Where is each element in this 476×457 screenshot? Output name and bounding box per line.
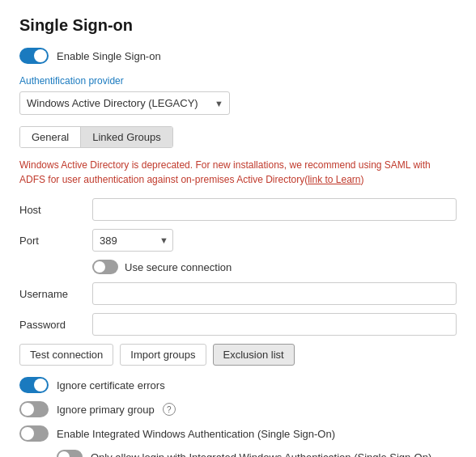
auth-provider-label: Authentification provider — [19, 75, 457, 87]
password-label: Password — [19, 319, 92, 331]
help-icon[interactable]: ? — [163, 403, 176, 416]
enable-iwa-toggle[interactable] — [19, 425, 49, 442]
username-row: Username — [19, 282, 457, 305]
password-input[interactable] — [92, 313, 457, 336]
import-groups-button[interactable]: Import groups — [120, 344, 206, 366]
ignore-cert-toggle[interactable] — [19, 377, 49, 393]
host-input[interactable] — [92, 198, 457, 221]
test-connection-button[interactable]: Test connection — [19, 344, 113, 366]
sso-toggle-row: Enable Single Sign-on — [19, 48, 457, 64]
tab-linked-groups[interactable]: Linked Groups — [81, 127, 172, 147]
tab-general[interactable]: General — [20, 127, 81, 147]
warning-text-after: ) — [361, 174, 364, 185]
sso-toggle-label: Enable Single Sign-on — [57, 50, 161, 62]
tabs: General Linked Groups — [19, 126, 173, 148]
secure-connection-row: Use secure connection — [92, 260, 457, 274]
warning-message: Windows Active Directory is deprecated. … — [19, 158, 457, 187]
ignore-cert-label: Ignore certificate errors — [57, 379, 165, 391]
only-iwa-toggle[interactable] — [57, 450, 83, 457]
only-iwa-label: Only allow login with Integrated Windows… — [91, 451, 431, 458]
auth-provider-select[interactable]: Windows Active Directory (LEGACY) SAML L… — [19, 91, 230, 115]
port-select-wrapper: 389 636 ▼ — [92, 229, 173, 252]
secure-label: Use secure connection — [125, 261, 232, 273]
ignore-primary-label: Ignore primary group — [57, 404, 155, 416]
warning-link[interactable]: link to Learn — [308, 174, 360, 185]
auth-provider-dropdown-wrapper: Windows Active Directory (LEGACY) SAML L… — [19, 91, 230, 115]
host-label: Host — [19, 204, 92, 216]
secure-toggle[interactable] — [92, 260, 118, 274]
only-iwa-row: Only allow login with Integrated Windows… — [57, 450, 457, 457]
exclusion-list-button[interactable]: Exclusion list — [213, 344, 295, 366]
sso-toggle[interactable] — [19, 48, 49, 64]
username-input[interactable] — [92, 282, 457, 305]
warning-text: Windows Active Directory is deprecated. … — [19, 159, 431, 185]
username-label: Username — [19, 288, 92, 300]
ignore-cert-errors-row: Ignore certificate errors — [19, 377, 457, 393]
action-buttons-row: Test connection Import groups Exclusion … — [19, 344, 457, 366]
port-select[interactable]: 389 636 — [92, 229, 173, 252]
ignore-primary-toggle[interactable] — [19, 401, 49, 417]
host-row: Host — [19, 198, 457, 221]
ignore-primary-group-row: Ignore primary group ? — [19, 401, 457, 417]
password-row: Password — [19, 313, 457, 336]
port-label: Port — [19, 235, 92, 247]
enable-iwa-label: Enable Integrated Windows Authentication… — [57, 428, 335, 440]
enable-iwa-row: Enable Integrated Windows Authentication… — [19, 425, 457, 442]
port-row: Port 389 636 ▼ — [19, 229, 457, 252]
page-title: Single Sign-on — [19, 16, 457, 35]
